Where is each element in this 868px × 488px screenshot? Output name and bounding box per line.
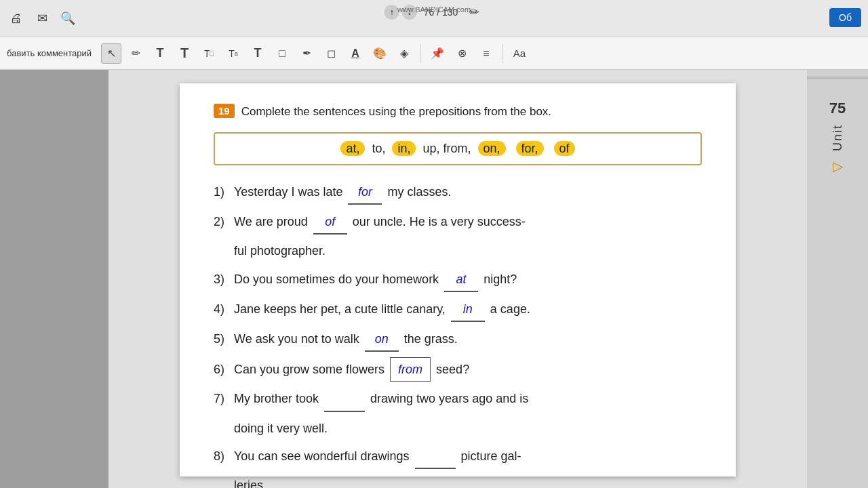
sentence-6: 6) Can you grow some flowers from seed? [214, 357, 702, 382]
select-tool[interactable]: ↖ [101, 43, 121, 64]
square-tool[interactable]: □ [272, 43, 292, 64]
eraser-tool[interactable]: ◻ [321, 43, 341, 64]
text-box-tool[interactable]: T□ [199, 43, 219, 64]
top-bar-icons: 🖨 ✉ 🔍 [7, 9, 77, 28]
prep-of: of [554, 141, 575, 156]
pin-tool[interactable]: 📌 [427, 43, 448, 64]
sentence-text-1: Yesterday I was late for my classes. [234, 180, 702, 205]
color-tool[interactable]: 🎨 [370, 43, 390, 64]
sentence-8-cont: leries. [214, 474, 702, 488]
prep-at: at, [340, 141, 365, 156]
blank-2: of [313, 210, 347, 235]
search-icon[interactable]: 🔍 [58, 9, 77, 28]
prep-in: in, [392, 141, 416, 156]
lines-tool[interactable]: ≡ [476, 43, 496, 64]
right-arrow-icon[interactable]: ▷ [833, 158, 843, 174]
print-icon[interactable]: 🖨 [7, 9, 26, 28]
sentence-text-3: Do you sometimes do your homework at nig… [234, 268, 702, 292]
sentence-text-7: My brother took drawing two years ago an… [234, 387, 702, 411]
blank-5: on [365, 327, 399, 352]
preposition-box: at, to, in, up, from, on, for, of [214, 132, 702, 165]
sentence-num-4: 4) [214, 298, 234, 320]
sentence-5: 5) We ask you not to walk on the grass. [214, 327, 702, 352]
sentence-text-6: Can you grow some flowers from seed? [234, 357, 702, 382]
toolbar-divider [420, 44, 421, 63]
fill-tool[interactable]: ◈ [394, 43, 414, 64]
bold-text-tool[interactable]: T [248, 43, 268, 64]
sentence-text-4: Jane keeps her pet, a cute little canary… [234, 298, 702, 322]
sentence-num-6: 6) [214, 359, 234, 380]
exercise-header: 19 Complete the sentences using the prep… [214, 104, 702, 120]
pen-tool[interactable]: ✒ [296, 43, 317, 64]
sentence-text-5: We ask you not to walk on the grass. [234, 327, 702, 352]
page-badge: 75 [829, 100, 846, 117]
sentences: 1) Yesterday I was late for my classes. … [214, 180, 702, 488]
prep-for: for, [516, 141, 544, 156]
exercise-instruction: Complete the sentences using the preposi… [241, 104, 551, 120]
watermark: www.BANDICAM.com [397, 5, 471, 14]
sentence-3: 3) Do you sometimes do your homework at … [214, 268, 702, 292]
left-sidebar [0, 70, 108, 488]
blank-4: in [451, 298, 485, 322]
blank-7 [324, 387, 365, 411]
sentence-num-7: 7) [214, 388, 234, 409]
unit-label: Unit [831, 124, 845, 151]
share-button[interactable]: Об [829, 8, 861, 27]
toolbar-divider2 [502, 44, 503, 63]
text-tool[interactable]: T [150, 43, 170, 64]
sentence-4: 4) Jane keeps her pet, a cute little can… [214, 298, 702, 322]
sentence-num-8: 8) [214, 445, 234, 467]
sentence-7: 7) My brother took drawing two years ago… [214, 387, 702, 411]
toolbar-label: бавить комментарий [7, 48, 92, 58]
content-area: 19 Complete the sentences using the prep… [108, 70, 807, 488]
sentence-8: 8) You can see wonderful drawings pictur… [214, 445, 702, 469]
sentence-num-3: 3) [214, 268, 234, 290]
sentence-1: 1) Yesterday I was late for my classes. [214, 180, 702, 205]
blank-3: at [444, 268, 478, 292]
exercise-number: 19 [214, 104, 235, 118]
sentence-num-2: 2) [214, 211, 234, 232]
blank-6[interactable]: from [390, 357, 431, 382]
text-sub-tool[interactable]: Ta [223, 43, 243, 64]
sentence-2: 2) We are proud of our uncle. He is a ve… [214, 210, 702, 235]
sentence-text-8: You can see wonderful drawings picture g… [234, 445, 702, 469]
main-area: 19 Complete the sentences using the prep… [0, 70, 868, 488]
top-bar: 🖨 ✉ 🔍 www.BANDICAM.com ↑ ↓ 76 / 130 ✏ Об [0, 0, 868, 37]
prep-on: on, [478, 141, 506, 156]
clear-tool[interactable]: ⊗ [452, 43, 472, 64]
sentence-2-cont: ful photographer. [214, 240, 702, 262]
blank-8 [415, 445, 456, 469]
right-sidebar: 75 Unit ▷ [807, 70, 868, 488]
toolbar: бавить комментарий ↖ ✏ T T T□ Ta T □ ✒ ◻… [0, 37, 868, 70]
document-page: 19 Complete the sentences using the prep… [180, 83, 736, 476]
sentence-num-1: 1) [214, 181, 234, 203]
blank-1: for [348, 180, 382, 205]
pencil-tool[interactable]: ✏ [125, 43, 146, 64]
sentence-num-5: 5) [214, 328, 234, 350]
text-tool2[interactable]: T [174, 43, 195, 64]
mail-icon[interactable]: ✉ [33, 9, 52, 28]
sentence-text-2: We are proud of our uncle. He is a very … [234, 210, 702, 235]
font-tool[interactable]: Aa [509, 43, 530, 64]
sentence-7-cont: doing it very well. [214, 418, 702, 439]
highlight-tool[interactable]: A [345, 43, 366, 64]
